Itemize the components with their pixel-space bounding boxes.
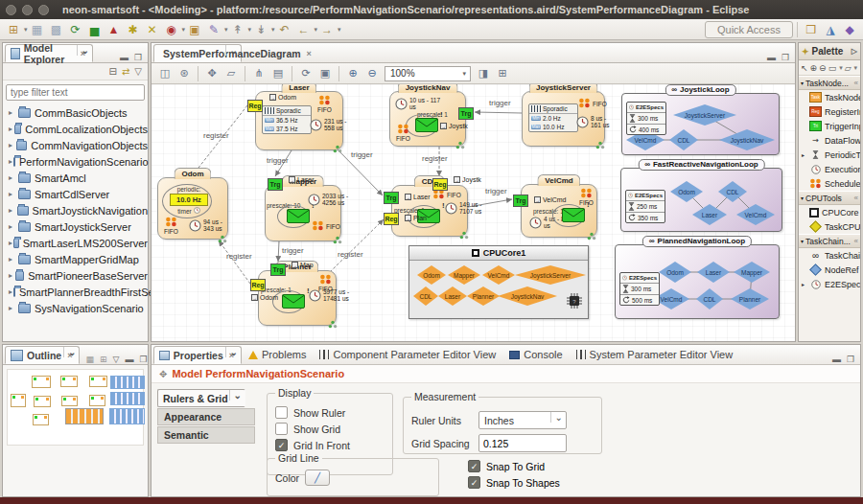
maximize-view-icon[interactable]: ❐ (134, 53, 142, 62)
task-chain-PlannedNavigationLoop[interactable]: ∞PlannedNavigationLoopOdomLaserMapperPla… (615, 244, 780, 319)
maximize-props-icon[interactable]: ❐ (847, 355, 854, 364)
minimize-props-icon[interactable]: ▬ (832, 355, 841, 364)
palette-header[interactable]: ✦ Palette ▷ (799, 43, 860, 60)
new-wizard-icon[interactable]: ⊞ (5, 21, 22, 38)
zoom-out-icon[interactable]: ⊖ (363, 65, 381, 82)
zoom-out-tool-icon[interactable]: ⊖ (819, 63, 827, 73)
e2e-specs-box[interactable]: E2ESpecs300 ms500 ms (619, 272, 660, 306)
task-chain-FastReactiveNavigationLoop[interactable]: ∞FastReactiveNavigationLoopOdomCDLLaserV… (620, 168, 782, 232)
palette-group-TaskChain...[interactable]: ▾TaskChain...« (799, 234, 860, 248)
tree-item-SmartCdlServer[interactable]: ▸SmartCdlServer (3, 186, 148, 202)
tab-problems[interactable]: Problems (242, 345, 313, 364)
palette-item-E2ESpecs[interactable]: ▸E2ESpecs (799, 277, 860, 291)
task-node-Mapper[interactable]: MapperTrg→Laserprescale: 10!2033 us - 42… (265, 185, 341, 241)
trg-port-Laser[interactable]: Trg (384, 192, 399, 204)
task-node-JoystickServer[interactable]: JoystickServerSporadicMin2.0 HzMax10.0 H… (522, 91, 605, 147)
grid-spacing-input[interactable] (478, 434, 567, 452)
tree-item-SmartPlannerBreadthFirstSearch[interactable]: ▸SmartPlannerBreadthFirstSearch (3, 284, 148, 300)
close-editor-icon[interactable]: × (307, 49, 312, 58)
expand-arrow-icon[interactable]: ▸ (9, 141, 15, 149)
tree-item-CommBasicObjects[interactable]: ▸CommBasicObjects (3, 104, 148, 121)
tab-console[interactable]: Console (502, 345, 569, 364)
reg-port-Odom[interactable]: Reg (247, 100, 263, 112)
outline-thumbnail[interactable] (7, 369, 144, 446)
task-node-tab[interactable]: VelCmd (537, 174, 580, 186)
snap-to-shapes-row[interactable]: ✓ Snap To Shapes (468, 476, 560, 489)
new-wizard-caret-icon[interactable]: ▾ (24, 26, 28, 34)
minimize-outline-icon[interactable]: ▬ (125, 355, 133, 364)
show-ruler-row[interactable]: Show Ruler (275, 406, 385, 419)
save-all-icon[interactable]: ▩ (48, 21, 65, 38)
next-annotation-caret-icon[interactable]: ▾ (271, 26, 275, 34)
maximize-outline-icon[interactable]: ❐ (139, 355, 147, 364)
palette-item-Scheduler[interactable]: Scheduler (799, 176, 860, 191)
task-node-tab[interactable]: Laser (281, 84, 316, 93)
task-affinity-Laser[interactable]: Laser (438, 286, 467, 306)
back-icon[interactable]: ← (295, 21, 313, 38)
filter-input[interactable] (6, 84, 145, 101)
tab-system-parameter-editor-view[interactable]: System Parameter Editor View (570, 345, 740, 364)
snap-to-grid-checkbox[interactable]: ✓ (468, 460, 480, 472)
tree-item-SysNavigationScenario[interactable]: ▸SysNavigationScenario (3, 300, 148, 316)
trg-port-Joystk[interactable]: Trg (458, 107, 474, 120)
tree-item-SmartJoystickServer[interactable]: ▸SmartJoystickServer (3, 218, 148, 235)
trigger-edge[interactable] (475, 112, 522, 113)
palette-item-CPUCore[interactable]: CPUCore (799, 205, 860, 219)
search-icon[interactable]: ✱ (125, 21, 142, 38)
minimize-view-icon[interactable]: ▬ (120, 53, 128, 62)
view-menu-icon[interactable]: ▽ (134, 66, 142, 77)
group-pin-icon[interactable]: « (854, 237, 858, 245)
tab-properties[interactable]: Properties× (153, 346, 242, 364)
group-pin-icon[interactable]: « (854, 79, 858, 87)
close-window-icon[interactable] (6, 5, 16, 15)
forward-icon[interactable]: → (318, 21, 336, 38)
reg-port-Joystk[interactable]: Reg (432, 178, 448, 191)
palette-item-TaskNode[interactable]: TaskTaskNode (799, 90, 860, 104)
expand-arrow-icon[interactable]: ▸ (9, 222, 17, 231)
palette-item-RegisterIn...[interactable]: RegRegisterIn... (799, 104, 860, 119)
zoom-level-select[interactable]: 100% (385, 66, 471, 81)
back-caret-icon[interactable]: ▾ (315, 26, 318, 34)
collapse-all-icon[interactable]: ⊟ (109, 66, 117, 77)
expand-arrow-icon[interactable]: ▸ (9, 108, 17, 117)
minimize-window-icon[interactable] (22, 5, 33, 15)
forward-caret-icon[interactable]: ▾ (338, 26, 341, 34)
minimize-editor-icon[interactable]: ▬ (767, 53, 776, 62)
grid-in-front-row[interactable]: ✓ Grid In Front (275, 439, 385, 451)
snap-to-grid-row[interactable]: ✓ Snap To Grid (468, 460, 560, 472)
tab-outline[interactable]: Outline × (5, 346, 80, 364)
task-node-Planner[interactable]: PlannerTrg→MapReg→Odomprescale: 1!3977 u… (258, 270, 337, 326)
palette-item-PeriodicTi...[interactable]: ▸PeriodicTi... (799, 148, 860, 162)
palette-pin-icon[interactable]: ▷ (851, 47, 857, 56)
cpu-core-box[interactable]: CPUCore1OdomMapperVelCmdJoystickServerCD… (408, 245, 589, 319)
highlight-icon[interactable]: ✎ (205, 21, 222, 38)
trg-port-Laser[interactable]: Trg (268, 178, 283, 191)
trg-port-VelCmd[interactable]: Trg (513, 195, 528, 207)
select-tool-icon[interactable]: ↖ (801, 63, 808, 73)
shapes-icon[interactable]: ▱ (222, 65, 240, 82)
palette-item-ExecutionT...[interactable]: ExecutionT... (799, 162, 860, 176)
show-grid-checkbox[interactable] (275, 423, 288, 435)
expand-arrow-icon[interactable]: ▸ (9, 304, 17, 312)
expand-arrow-icon[interactable]: ▸ (9, 255, 17, 263)
close-view-icon[interactable]: × (81, 49, 85, 58)
group-expand-icon[interactable]: ▾ (801, 80, 804, 86)
side-tab-appearance[interactable]: Appearance (157, 408, 255, 425)
open-element-icon[interactable]: ▣ (186, 21, 203, 38)
task-affinity-Odom[interactable]: Odom (417, 265, 446, 285)
side-tab-rulers-grid[interactable]: Rulers & Grid (157, 389, 245, 407)
task-affinity-CDL[interactable]: CDL (413, 286, 438, 306)
zoom-in-icon[interactable]: ⊕ (344, 65, 362, 82)
save-icon[interactable]: ▦ (29, 21, 46, 38)
palette-item-TriggerInput[interactable]: TriTriggerInput (799, 119, 860, 133)
link-editor-icon[interactable]: ⇄ (122, 66, 129, 77)
expand-arrow-icon[interactable]: ▸ (9, 239, 12, 247)
chart-icon[interactable]: ▅ (86, 21, 104, 38)
trigger-edge[interactable] (278, 241, 279, 262)
note-tool-icon[interactable]: ▭ (828, 63, 837, 73)
register-edge[interactable] (192, 105, 247, 176)
show-grid-row[interactable]: Show Grid (275, 423, 385, 435)
prev-annotation-icon[interactable]: ↟ (229, 21, 246, 38)
task-affinity-JoystickNav[interactable]: JoystickNav (498, 286, 557, 306)
expand-arrow-icon[interactable]: ▸ (9, 125, 13, 133)
